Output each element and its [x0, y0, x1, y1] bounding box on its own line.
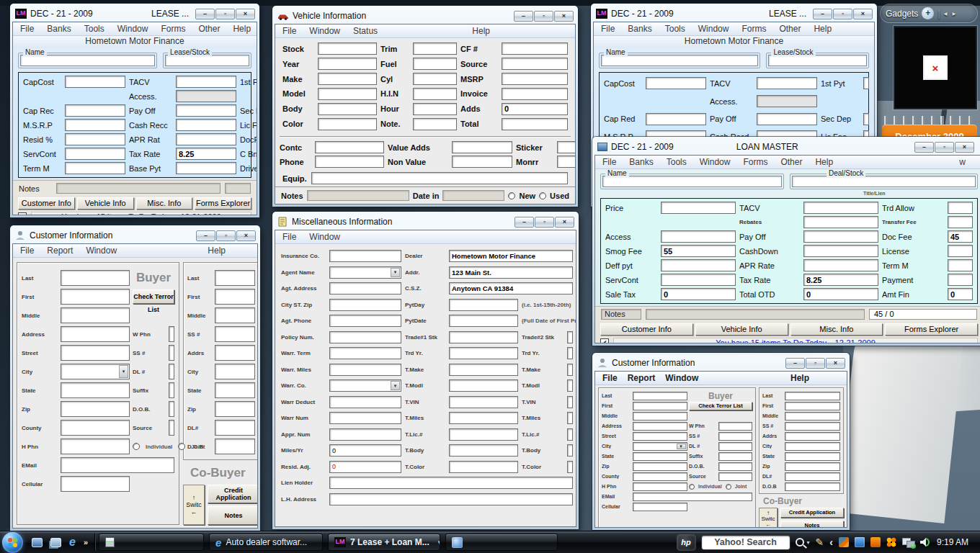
field-input-t-lic[interactable]	[449, 428, 518, 441]
field-input-source[interactable]	[169, 420, 174, 436]
name-input[interactable]	[602, 176, 782, 187]
field-input-h-phn[interactable]	[61, 439, 130, 454]
notes-input[interactable]	[307, 190, 409, 201]
task-button-lease-loan-group[interactable]: LM 7 Lease + Loan M... ▾	[328, 534, 440, 551]
menu-item-file[interactable]: File	[20, 24, 34, 34]
vehicle-information-window[interactable]: Vehicle Information – ▫ × FileWindowStat…	[272, 6, 578, 207]
field-input-agt-phone[interactable]	[329, 315, 401, 327]
field-input-sale-tax[interactable]: 0	[661, 288, 736, 300]
menu-item-help[interactable]: Help	[814, 24, 832, 34]
field-input-access[interactable]	[176, 90, 236, 102]
minimize-button[interactable]: –	[813, 9, 832, 19]
field-input-trd-yr[interactable]	[567, 347, 573, 359]
dropdown-arrow-icon[interactable]: ▾	[677, 444, 686, 449]
field-input-term-m[interactable]	[948, 259, 973, 271]
pen-icon[interactable]: ✎	[816, 537, 824, 547]
field-input-addrs[interactable]	[215, 345, 255, 361]
close-button[interactable]: ×	[826, 358, 845, 369]
minimize-button[interactable]: –	[195, 9, 215, 19]
customer-information-window[interactable]: Customer Information – ▫ × FileReportWin…	[10, 225, 260, 531]
lease-stock-input[interactable]	[768, 55, 867, 66]
field-input-transfer-fee[interactable]	[948, 216, 973, 228]
field-input-total-otd[interactable]: 0	[803, 288, 878, 300]
internet-explorer-icon[interactable]: e	[69, 537, 76, 547]
field-input-phone[interactable]	[315, 156, 384, 168]
field-input-policy-num[interactable]	[329, 331, 401, 343]
show-desktop-icon[interactable]	[32, 538, 43, 547]
field-input-ss[interactable]	[169, 345, 174, 361]
menu-item-help[interactable]: Help	[815, 157, 833, 167]
todo-status[interactable]: You have 15 items To Do Today... 12-21-2…	[31, 212, 251, 215]
field-input-rebates[interactable]	[803, 216, 878, 228]
used-radio[interactable]	[539, 192, 546, 199]
field-input-monrr[interactable]	[557, 156, 576, 168]
field-input-c-s-z[interactable]: Anytown CA 91384	[449, 282, 573, 295]
menu-item-window[interactable]: Window	[309, 232, 340, 242]
field-input-trd-allow[interactable]	[948, 202, 973, 214]
field-input-m-s-r-p[interactable]	[65, 119, 125, 131]
field-input-first[interactable]	[785, 402, 841, 410]
field-input-l-h-address[interactable]	[329, 493, 573, 505]
customer-information-window-small[interactable]: Customer Information – ▫ × FileReportWin…	[592, 353, 850, 530]
individual-radio[interactable]	[133, 443, 140, 450]
menu-item-help[interactable]: Help	[790, 373, 809, 383]
menu-item-file[interactable]: File	[601, 24, 615, 34]
field-input-street[interactable]	[633, 432, 687, 441]
gadgets-next-icon[interactable]: ▸	[953, 9, 956, 17]
field-input-warr-miles[interactable]	[329, 364, 401, 376]
field-input-tacv[interactable]	[803, 202, 878, 214]
field-input-d-o-b[interactable]	[215, 439, 255, 454]
field-input-miles-yr[interactable]: 0	[329, 444, 401, 457]
menu-item-forms[interactable]: Forms	[741, 24, 766, 34]
field-input-addr[interactable]: 123 Main St.	[449, 266, 573, 279]
maximize-button[interactable]: ▫	[806, 358, 825, 369]
field-input-cyl[interactable]	[413, 73, 457, 85]
maximize-button[interactable]: ▫	[216, 230, 236, 241]
field-input-dl[interactable]	[718, 442, 753, 451]
field-input-ss[interactable]	[718, 432, 753, 441]
field-input-invoice[interactable]	[502, 88, 568, 100]
field-input-doc-fee[interactable]: 45	[948, 230, 973, 243]
lease-window[interactable]: LM DEC - 21 - 2009 LEASE ... – ▫ × FileB…	[10, 4, 259, 217]
maximize-button[interactable]: ▫	[833, 9, 852, 19]
minimize-button[interactable]: –	[914, 142, 934, 153]
field-input-deff-pyt[interactable]	[661, 259, 736, 271]
menu-item-window[interactable]: Window	[117, 24, 148, 34]
field-input-state[interactable]	[215, 382, 255, 398]
field-input-t-body[interactable]	[449, 444, 518, 457]
close-button[interactable]: ×	[853, 9, 873, 19]
field-input-city[interactable]: ▾	[61, 364, 130, 379]
field-input-resid-adj[interactable]: 0	[329, 461, 401, 473]
field-input-tax-rate[interactable]: 8.25	[176, 148, 236, 160]
menu-item-banks[interactable]: Banks	[629, 157, 653, 167]
field-input-insurance-co[interactable]	[329, 250, 401, 262]
vehicle-info-button[interactable]: Vehicle Info	[695, 323, 788, 336]
field-input-middle[interactable]	[633, 412, 687, 421]
name-input[interactable]	[601, 55, 758, 66]
customer-info-button[interactable]: Customer Info	[18, 197, 75, 210]
field-input-smog-fee[interactable]: 55	[661, 245, 736, 257]
field-input-first[interactable]	[61, 289, 130, 305]
menu-item-window[interactable]: Window	[665, 373, 698, 383]
volume-icon[interactable]	[920, 538, 930, 547]
field-input-first[interactable]	[633, 402, 687, 410]
todo-status[interactable]: You have 15 items To Do Today... 12-21-2…	[613, 338, 978, 343]
individual-radio[interactable]	[689, 484, 695, 490]
field-input-warr-num[interactable]	[329, 412, 401, 424]
menu-item-window[interactable]: Window	[309, 26, 340, 36]
dropdown-arrow-icon[interactable]: ▾	[391, 381, 400, 390]
notes-button[interactable]: Notes	[208, 506, 258, 525]
maximize-button[interactable]: ▫	[534, 11, 553, 22]
start-button[interactable]	[2, 532, 23, 553]
field-input-non-value[interactable]	[452, 156, 512, 168]
field-input-1st-pyt[interactable]	[863, 77, 869, 89]
maximize-button[interactable]: ▫	[535, 217, 554, 228]
field-input-warr-deduct[interactable]	[329, 396, 401, 408]
field-input-address[interactable]	[633, 422, 687, 431]
menu-item-file[interactable]: File	[282, 232, 296, 242]
maximize-button[interactable]: ▫	[215, 9, 235, 19]
yahoo-search-input[interactable]: Yahoo! Search	[702, 536, 790, 549]
field-input-cap-rec[interactable]	[65, 104, 125, 117]
field-input-last[interactable]	[61, 270, 130, 286]
field-input-last[interactable]	[785, 392, 841, 400]
